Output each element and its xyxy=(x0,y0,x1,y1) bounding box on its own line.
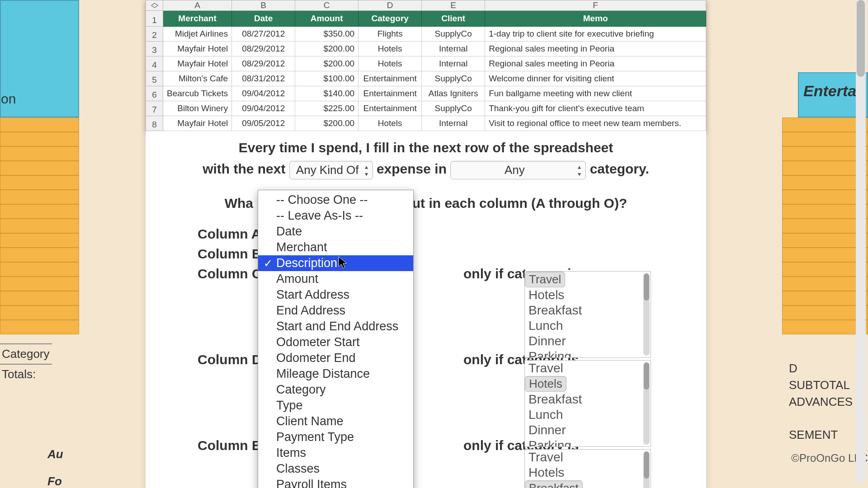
dropdown-item[interactable]: ✓Description xyxy=(258,255,413,271)
cell[interactable]: Milton's Cafe xyxy=(163,71,232,86)
listbox-scrollbar-thumb[interactable] xyxy=(644,273,649,300)
cell[interactable]: Thank-you gift for client's executive te… xyxy=(485,101,706,116)
page-scrollbar[interactable] xyxy=(856,0,866,483)
cell[interactable]: Entertainment xyxy=(359,101,422,116)
listbox-item[interactable]: Breakfast xyxy=(525,392,651,407)
cell[interactable]: SupplyCo xyxy=(422,27,485,42)
cell[interactable]: Bilton Winery xyxy=(163,101,232,116)
listbox-item[interactable]: Hotels xyxy=(525,287,651,303)
cell[interactable]: Regional sales meeting in Peoria xyxy=(485,56,706,71)
cell[interactable]: $140.00 xyxy=(295,86,359,101)
cell[interactable]: Mayfair Hotel xyxy=(163,42,232,56)
dropdown-item[interactable]: Client Name xyxy=(258,413,413,429)
category-select[interactable]: Any ▴▾ xyxy=(450,161,586,179)
row-header[interactable]: 5 xyxy=(146,71,163,86)
cell[interactable]: Hotels xyxy=(359,42,422,56)
listbox-item[interactable]: Dinner xyxy=(525,333,651,349)
listbox-scrollbar[interactable] xyxy=(643,273,650,356)
cell[interactable]: 08/27/2012 xyxy=(232,27,295,42)
dropdown-item[interactable]: Items xyxy=(258,445,413,461)
dropdown-item[interactable]: Payment Type xyxy=(258,429,413,445)
cell[interactable]: 1-day trip to client site for executive … xyxy=(485,27,706,42)
col-e-header[interactable]: E xyxy=(422,0,485,11)
listbox-item[interactable]: Parking xyxy=(525,349,651,358)
cell[interactable]: $200.00 xyxy=(295,42,359,56)
listbox-item[interactable]: Lunch xyxy=(525,407,651,422)
cell[interactable]: 09/04/2012 xyxy=(232,86,295,101)
cell[interactable]: Internal xyxy=(422,42,485,56)
cell[interactable]: Fun ballgame meeting with new client xyxy=(485,86,706,101)
cell[interactable]: $200.00 xyxy=(295,116,359,131)
cell[interactable]: Internal xyxy=(422,116,485,131)
dropdown-item[interactable]: Odometer End xyxy=(258,350,413,366)
category-listbox-d[interactable]: TravelHotelsBreakfastLunchDinnerParking xyxy=(524,360,651,447)
col-b-header[interactable]: B xyxy=(232,0,295,11)
cell[interactable]: SupplyCo xyxy=(422,71,485,86)
cell[interactable]: 08/29/2012 xyxy=(232,42,295,56)
dropdown-item[interactable]: -- Choose One -- xyxy=(258,192,413,208)
listbox-item[interactable]: Hotels xyxy=(525,465,651,480)
dropdown-item[interactable]: Payroll Items xyxy=(258,477,413,488)
cell[interactable]: Entertainment xyxy=(359,86,422,101)
listbox-item[interactable]: Breakfast xyxy=(525,480,583,488)
listbox-item[interactable]: Hotels xyxy=(525,376,566,392)
cell[interactable]: Entertainment xyxy=(359,71,422,86)
cell[interactable]: Midjet Airlines xyxy=(163,27,232,42)
kind-select[interactable]: Any Kind Of ▴▾ xyxy=(289,161,373,179)
dropdown-item[interactable]: Start Address xyxy=(258,287,413,303)
listbox-item[interactable]: Travel xyxy=(525,450,651,465)
dropdown-item[interactable]: Merchant xyxy=(258,239,413,255)
cell[interactable]: Welcome dinner for visiting client xyxy=(485,71,706,86)
row-header[interactable]: 7 xyxy=(146,101,163,116)
listbox-scrollbar-thumb[interactable] xyxy=(644,451,649,479)
column-field-dropdown[interactable]: -- Choose One ---- Leave As-Is --DateMer… xyxy=(258,190,414,488)
col-a-header[interactable]: A xyxy=(163,0,232,11)
cell[interactable]: 09/04/2012 xyxy=(232,101,295,116)
col-f-header[interactable]: F xyxy=(485,0,706,11)
listbox-scrollbar-thumb[interactable] xyxy=(644,362,649,389)
cell[interactable]: Mayfair Hotel xyxy=(163,56,232,71)
listbox-item[interactable]: Breakfast xyxy=(525,303,651,318)
header-category[interactable]: Category xyxy=(359,11,422,27)
header-memo[interactable]: Memo xyxy=(485,11,706,27)
category-listbox-c[interactable]: TravelHotelsBreakfastLunchDinnerParking xyxy=(524,271,651,358)
cell[interactable]: $225.00 xyxy=(295,101,359,116)
dropdown-item[interactable]: End Address xyxy=(258,303,413,319)
header-client[interactable]: Client xyxy=(422,11,485,27)
cell[interactable]: $200.00 xyxy=(295,56,359,71)
cell[interactable]: SupplyCo xyxy=(422,101,485,116)
dropdown-item[interactable]: Category xyxy=(258,382,413,398)
dropdown-item[interactable]: Type xyxy=(258,398,413,413)
listbox-scrollbar[interactable] xyxy=(643,362,650,445)
dropdown-item[interactable]: Date xyxy=(258,224,413,239)
listbox-scrollbar[interactable] xyxy=(643,451,650,488)
header-amount[interactable]: Amount xyxy=(295,11,359,27)
listbox-item[interactable]: Travel xyxy=(525,361,651,376)
cell[interactable]: Visit to regional office to meet new tea… xyxy=(485,116,706,131)
cell[interactable]: Regional sales meeting in Peoria xyxy=(485,42,706,56)
cell[interactable]: 08/29/2012 xyxy=(232,56,295,71)
cell[interactable]: 09/05/2012 xyxy=(232,116,295,131)
header-merchant[interactable]: Merchant xyxy=(163,11,232,27)
cell[interactable]: Mayfair Hotel xyxy=(163,116,232,131)
row-header[interactable]: 4 xyxy=(146,56,163,71)
col-d-header[interactable]: D xyxy=(359,0,422,11)
cell[interactable]: Bearcub Tickets xyxy=(163,86,232,101)
dropdown-item[interactable]: Odometer Start xyxy=(258,334,413,350)
cell[interactable]: $100.00 xyxy=(295,71,359,86)
category-listbox-e[interactable]: TravelHotelsBreakfastLunchDinnerParking xyxy=(524,449,651,488)
cell[interactable]: Flights xyxy=(359,27,422,42)
cell[interactable]: Hotels xyxy=(359,116,422,131)
listbox-item[interactable]: Parking xyxy=(525,438,651,447)
header-date[interactable]: Date xyxy=(232,11,295,27)
listbox-item[interactable]: Lunch xyxy=(525,318,651,333)
dropdown-item[interactable]: Mileage Distance xyxy=(258,366,413,382)
listbox-item[interactable]: Travel xyxy=(525,272,565,287)
dropdown-item[interactable]: Classes xyxy=(258,461,413,477)
dropdown-item[interactable]: Start and End Address xyxy=(258,319,413,334)
page-scrollbar-thumb[interactable] xyxy=(857,0,865,77)
cell[interactable]: Hotels xyxy=(359,56,422,71)
row-header[interactable]: 6 xyxy=(146,86,163,101)
row-header[interactable]: 2 xyxy=(146,27,163,42)
row-header[interactable]: 3 xyxy=(146,42,163,56)
